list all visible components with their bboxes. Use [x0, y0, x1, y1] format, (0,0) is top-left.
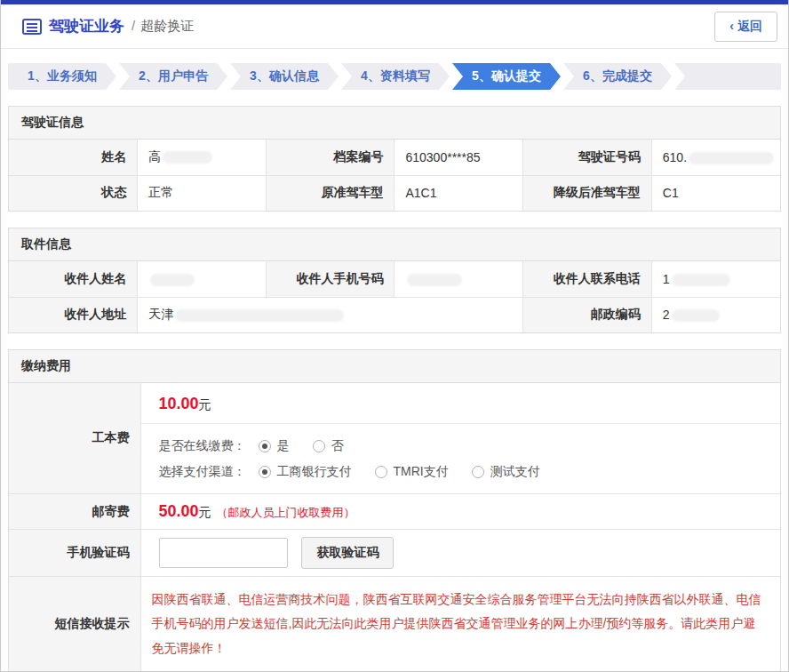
sms-code-cell: 获取验证码 [140, 530, 780, 577]
breadcrumb-slash: / [132, 18, 135, 33]
redacted-blur [163, 151, 212, 164]
pickup-info-title: 取件信息 [9, 228, 780, 261]
step-tabs: 1、业务须知 2、用户申告 3、确认信息 4、资料填写 5、确认提交 6、完成提… [8, 63, 781, 90]
status-label: 状态 [9, 175, 138, 211]
mail-fee-note: （邮政人员上门收取费用） [217, 506, 355, 519]
postcode-value: 2 [651, 297, 780, 332]
table-row: 状态 正常 原准驾车型 A1C1 降级后准驾车型 C1 [9, 175, 780, 211]
license-info-table: 姓名 高 档案编号 610300****85 驾驶证号码 610. 状态 正常 … [9, 140, 780, 211]
online-pay-label: 是否在线缴费： [159, 438, 246, 454]
channel-test-label: 测试支付 [490, 464, 540, 480]
mail-fee-label: 邮寄费 [9, 494, 140, 530]
card-fee-label: 工本费 [9, 383, 140, 494]
pay-options: 是否在线缴费： 是 否 选择支付渠道： [141, 424, 781, 493]
recipient-mobile-value [394, 261, 523, 297]
pay-channel-label: 选择支付渠道： [159, 464, 246, 480]
status-value: 正常 [138, 175, 267, 211]
pickup-info-table: 收件人姓名 收件人手机号码 收件人联系电话 1 收件人地址 天津 邮政编码 2 [9, 261, 780, 332]
yuan-unit: 元 [199, 397, 211, 412]
pay-channel-row: 选择支付渠道： 工商银行支付 TMRI支付 测试支付 [159, 459, 781, 484]
fees-table: 工本费 10.00元 是否在线缴费： 是 [9, 383, 780, 671]
radio-unchecked-icon[interactable] [313, 440, 325, 452]
license-info-section: 驾驶证信息 姓名 高 档案编号 610300****85 驾驶证号码 610. … [8, 106, 781, 212]
online-pay-no-label: 否 [331, 438, 344, 454]
channel-icbc-option[interactable]: 工商银行支付 [259, 464, 352, 480]
channel-icbc-label: 工商银行支付 [277, 464, 352, 480]
redacted-blur [150, 274, 195, 286]
get-code-button[interactable]: 获取验证码 [301, 537, 394, 569]
breadcrumb-current: 超龄换证 [140, 18, 194, 33]
sms-code-label: 手机验证码 [9, 530, 140, 577]
table-row: 收件人地址 天津 邮政编码 2 [9, 297, 780, 332]
table-row: 短信接收提示 因陕西省联通、电信运营商技术问题，陕西省互联网交通安全综合服务管理… [9, 577, 780, 671]
table-row: 邮寄费 50.00元（邮政人员上门收取费用） [9, 494, 780, 530]
recipient-phone-label: 收件人联系电话 [523, 261, 652, 297]
step-tab-4[interactable]: 4、资料填写 [341, 63, 450, 90]
pickup-info-section: 取件信息 收件人姓名 收件人手机号码 收件人联系电话 1 收件人地址 天津 邮政… [8, 228, 781, 333]
fees-section: 缴纳费用 工本费 10.00元 是否在线缴费： 是 [8, 349, 781, 672]
mail-fee-cell: 50.00元（邮政人员上门收取费用） [140, 494, 780, 530]
step-tabs-filler [674, 63, 781, 90]
redacted-blur [407, 274, 462, 286]
header: 驾驶证业务 /超龄换证 ‹返回 [1, 4, 788, 49]
table-row: 收件人姓名 收件人手机号码 收件人联系电话 1 [9, 261, 780, 297]
license-number-value: 610. [651, 140, 780, 175]
card-fee-cell: 10.00元 是否在线缴费： 是 否 [140, 383, 780, 494]
file-number-label: 档案编号 [266, 140, 394, 175]
sms-tip-cell: 因陕西省联通、电信运营商技术问题，陕西省互联网交通安全综合服务管理平台无法向持陕… [140, 577, 780, 671]
online-pay-row: 是否在线缴费： 是 否 [159, 433, 781, 459]
card-fee-amount: 10.00 [159, 395, 199, 412]
recipient-address-value: 天津 [138, 297, 523, 332]
file-number-value: 610300****85 [394, 140, 523, 175]
online-pay-no-option[interactable]: 否 [313, 438, 344, 454]
redacted-blur [672, 309, 720, 322]
back-button[interactable]: ‹返回 [714, 12, 777, 42]
sms-tip-text: 因陕西省联通、电信运营商技术问题，陕西省互联网交通安全综合服务管理平台无法向持陕… [152, 588, 763, 660]
downgraded-class-value: C1 [651, 175, 780, 211]
step-tab-1[interactable]: 1、业务须知 [8, 63, 116, 90]
table-row: 手机验证码 获取验证码 [9, 530, 780, 577]
radio-unchecked-icon[interactable] [472, 466, 484, 478]
back-button-label: 返回 [737, 19, 762, 33]
page-title: 驾驶证业务 [49, 16, 124, 36]
license-number-label: 驾驶证号码 [523, 140, 652, 175]
radio-checked-icon[interactable] [259, 466, 271, 478]
yuan-unit: 元 [199, 505, 211, 519]
sms-code-input[interactable] [159, 538, 288, 568]
recipient-mobile-label: 收件人手机号码 [266, 261, 394, 297]
channel-tmri-label: TMRI支付 [394, 464, 449, 480]
redacted-blur [672, 274, 730, 286]
name-label: 姓名 [9, 140, 138, 175]
channel-test-option[interactable]: 测试支付 [472, 464, 540, 480]
radio-checked-icon[interactable] [259, 440, 271, 452]
mail-fee-amount: 50.00 [159, 502, 199, 520]
name-value: 高 [138, 140, 267, 175]
fees-title: 缴纳费用 [9, 350, 780, 383]
online-pay-yes-option[interactable]: 是 [259, 438, 290, 454]
license-business-icon [22, 19, 42, 35]
original-class-label: 原准驾车型 [266, 175, 394, 211]
table-row: 姓名 高 档案编号 610300****85 驾驶证号码 610. [9, 140, 780, 175]
sms-tip-label: 短信接收提示 [9, 577, 140, 671]
page: 驾驶证业务 /超龄换证 ‹返回 1、业务须知 2、用户申告 3、确认信息 4、资… [0, 0, 789, 672]
chevron-left-icon: ‹ [729, 19, 734, 33]
redacted-blur [175, 309, 344, 322]
postcode-label: 邮政编码 [523, 297, 652, 332]
downgraded-class-label: 降级后准驾车型 [523, 175, 652, 211]
table-row: 工本费 10.00元 是否在线缴费： 是 [9, 383, 780, 494]
card-fee-amount-row: 10.00元 [141, 383, 781, 424]
recipient-address-label: 收件人地址 [9, 297, 138, 332]
radio-unchecked-icon[interactable] [375, 466, 387, 478]
step-tab-5-active[interactable]: 5、确认提交 [452, 63, 561, 90]
step-tab-3[interactable]: 3、确认信息 [230, 63, 339, 90]
breadcrumb: /超龄换证 [132, 18, 194, 35]
recipient-name-value [138, 261, 267, 297]
step-tab-6[interactable]: 6、完成提交 [563, 63, 672, 90]
step-tab-2[interactable]: 2、用户申告 [119, 63, 227, 90]
recipient-name-label: 收件人姓名 [9, 261, 138, 297]
redacted-blur [689, 152, 774, 164]
license-info-title: 驾驶证信息 [9, 107, 780, 140]
recipient-phone-value: 1 [651, 261, 780, 297]
channel-tmri-option[interactable]: TMRI支付 [375, 464, 449, 480]
online-pay-yes-label: 是 [277, 438, 290, 454]
